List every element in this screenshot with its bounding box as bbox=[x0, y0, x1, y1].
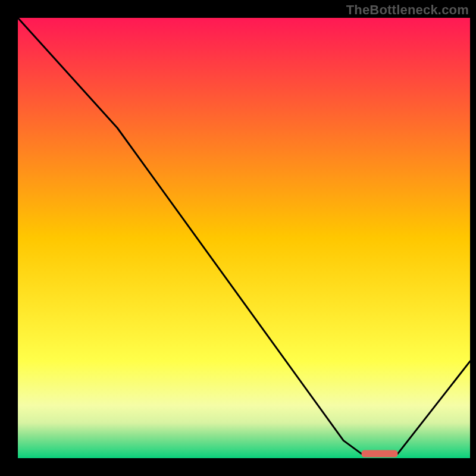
plot-area bbox=[18, 18, 470, 458]
optimum-marker bbox=[362, 450, 398, 458]
watermark-text: TheBottleneck.com bbox=[346, 2, 469, 18]
bottleneck-chart bbox=[0, 0, 476, 476]
